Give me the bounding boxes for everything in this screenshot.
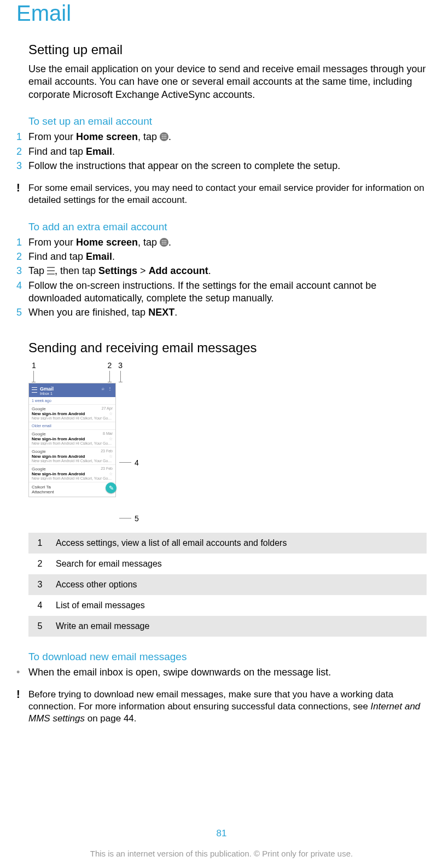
apps-grid-icon [160,238,168,247]
apps-grid-icon [160,132,168,141]
term-email: Email [86,146,112,157]
callout-1: 1 [32,361,36,382]
msg-from: Google [32,406,113,411]
step-text: Follow the on-screen instructions. If th… [28,279,427,305]
msg-preview: New sign-in from Android Hi Csikori, You… [32,476,113,480]
term-home-screen: Home screen [76,131,138,142]
legend-num: 3 [28,574,51,595]
callout-5: 5 [118,514,139,523]
step-number: 1 [16,131,28,143]
term-settings: Settings [98,265,137,276]
callout-label: 1 [32,361,36,370]
text: . [168,237,171,248]
step-row: 2 Find and tap Email. [28,251,427,263]
text: Find and tap [28,251,86,262]
msg-preview: New sign-in from Android Hi Csikori, You… [32,441,113,445]
legend-text: List of email messages [51,595,427,616]
text: From your [28,131,76,142]
msg-from: Csikori Ta [32,485,113,490]
callout-2: 2 [107,361,112,382]
term-add-account: Add account [149,265,208,276]
step-number: 2 [16,145,28,158]
table-row: 4List of email messages [28,595,427,616]
email-row: 23 Feb Google ☆ New sign-in from Android… [29,447,115,465]
term-next: NEXT [148,307,174,318]
star-icon: ☆ [109,454,113,459]
group-header: 1 week ago [29,397,115,405]
text: When you are finished, tap [28,307,148,318]
msg-date: 23 Feb [101,449,113,453]
text: , tap [138,131,160,142]
msg-from: Google [32,432,113,436]
bullet-icon: • [16,666,28,679]
note-text: For some email services, you may need to… [28,182,427,206]
msg-subject: New sign-in from Android [32,454,113,459]
intro-paragraph: Use the email application on your device… [28,63,427,101]
attachment-label: Attachment [32,490,113,494]
hamburger-icon [47,267,55,275]
step-text: Tap , then tap Settings > Add account. [28,265,427,277]
chapter-title: Email [16,0,427,26]
sub-to-set-up: To set up an email account [28,115,427,127]
email-app-thumbnail: GmailInbox 1 ⌕ ⋮ 1 week ago 27 Apr Googl… [28,383,116,497]
msg-subject: New sign-in from Android [32,471,113,476]
drawer-icon [32,387,37,393]
page-number: 81 [0,828,443,839]
table-row: 2Search for email messages [28,554,427,574]
step-text: From your Home screen, tap . [28,131,427,143]
legend-text: Write an email message [51,616,427,637]
table-row: 1Access settings, view a list of all ema… [28,533,427,554]
step-row: 1 From your Home screen, tap . [28,131,427,143]
msg-subject: New sign-in from Android [32,436,113,441]
search-icon: ⌕ [100,386,106,391]
table-row: 5Write an email message [28,616,427,637]
msg-preview: New sign-in from Android Hi Csikori, You… [32,459,113,463]
table-row: 3Access other options [28,574,427,595]
step-number: 1 [16,236,28,249]
group-header: Older email [29,422,115,430]
callout-label: 4 [135,458,139,467]
text: . [112,146,115,157]
text: . [174,307,177,318]
step-row: 2 Find and tap Email. [28,145,427,158]
step-text: Find and tap Email. [28,145,427,158]
step-row: 5 When you are finished, tap NEXT. [28,306,427,319]
step-text: Follow the instructions that appear on t… [28,160,427,172]
text: , tap [138,237,160,248]
star-icon: ☆ [109,411,113,416]
step-text: From your Home screen, tap . [28,236,427,249]
text: . [208,265,211,276]
text: Before trying to download new email mess… [28,689,393,712]
note-row: ! For some email services, you may need … [28,182,427,206]
legend-text: Access other options [51,574,427,595]
term-email: Email [86,251,112,262]
step-number: 4 [16,279,28,292]
step-number: 2 [16,251,28,263]
legend-text: Search for email messages [51,554,427,574]
step-row: 1 From your Home screen, tap . [28,236,427,249]
callout-legend-table: 1Access settings, view a list of all ema… [28,533,427,637]
bullet-row: • When the email inbox is open, swipe do… [28,666,427,679]
email-row-attachment: Csikori Ta Attachment [29,482,115,497]
msg-date: 27 Apr [102,406,113,410]
legend-num: 1 [28,533,51,554]
text: on page 44. [85,713,137,724]
legend-text: Access settings, view a list of all emai… [51,533,427,554]
step-text: When you are finished, tap NEXT. [28,306,427,319]
app-title: Gmail [40,386,54,392]
text: , then tap [55,265,98,276]
text: From your [28,237,76,248]
callout-4: 4 [118,458,139,467]
step-row: 4 Follow the on-screen instructions. If … [28,279,427,305]
section-sending-receiving: Sending and receiving email messages [28,340,427,356]
text: > [137,265,149,276]
section-setting-up-email: Setting up email [28,42,427,57]
callout-3: 3 [118,361,123,382]
compose-fab-icon: ✎ [106,482,116,493]
note-row: ! Before trying to download new email me… [28,689,427,725]
step-row: 3 Tap , then tap Settings > Add account. [28,265,427,277]
email-row: 8 Mar Google ☆ New sign-in from Android … [29,430,115,447]
annotated-screenshot: 1 2 3 GmailInbox 1 ⌕ ⋮ 1 week ago 27 Apr [28,361,427,527]
callout-label: 3 [118,361,123,370]
step-number: 3 [16,160,28,172]
